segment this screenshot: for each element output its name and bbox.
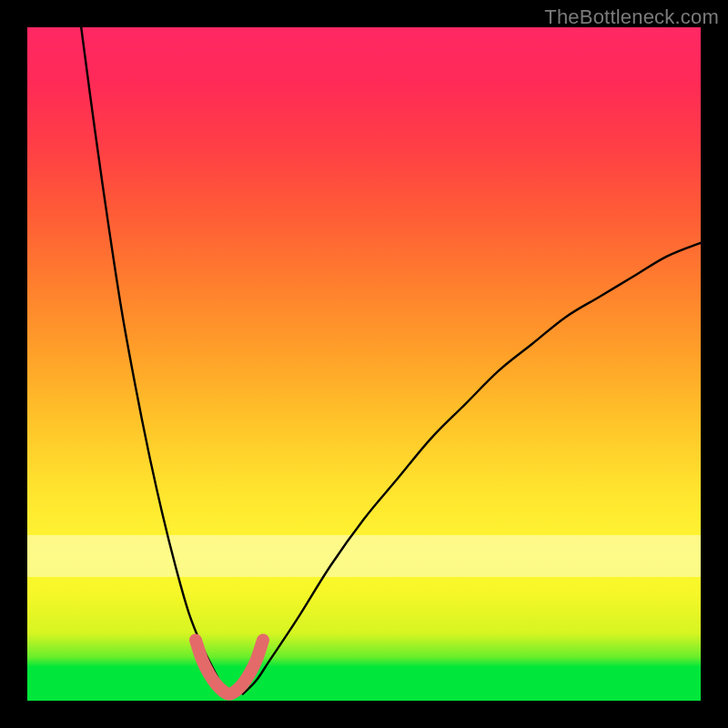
chart-frame: TheBottleneck.com [0, 0, 728, 728]
bottleneck-curve-left [81, 27, 229, 694]
watermark-text: TheBottleneck.com [544, 5, 719, 29]
curve-layer [27, 27, 701, 701]
bottleneck-curve-right [243, 243, 701, 694]
